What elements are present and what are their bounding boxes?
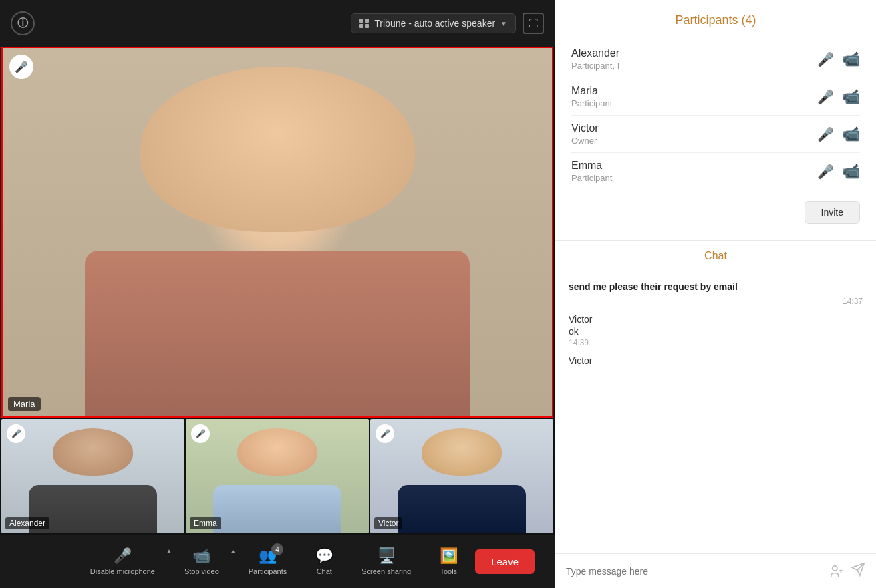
participant-video-icon-alexander[interactable]: 📹 — [842, 51, 860, 68]
participant-info-alexander: Alexander Participant, I — [571, 47, 817, 71]
thumbnail-mic-alexander: 🎤 — [7, 424, 25, 443]
mic-icon: 🎤 — [114, 547, 132, 565]
chat-label: Chat — [317, 567, 332, 575]
participant-controls-alexander: 🎤 📹 — [817, 51, 860, 68]
chat-message-sender-2: Victor — [569, 314, 863, 325]
participants-button[interactable]: 👥 4 Participants — [238, 542, 297, 581]
tools-label: Tools — [440, 567, 457, 575]
tools-button[interactable]: 🖼️ Tools — [422, 542, 475, 581]
screen-share-button[interactable]: 🖥️ Screen sharing — [351, 542, 422, 581]
thumbnail-victor[interactable]: 🎤 Victor — [370, 419, 553, 533]
video-label: Stop video — [184, 567, 219, 575]
participant-row-maria: Maria Participant 🎤 📹 — [571, 78, 860, 116]
svg-point-0 — [833, 565, 837, 570]
screen-share-label: Screen sharing — [361, 567, 411, 575]
chat-title: Chat — [555, 241, 876, 269]
bottom-toolbar: 🎤 Disable microphone ▲ 📹 Stop video ▲ 👥 … — [0, 535, 555, 588]
main-video: 🎤 Maria — [1, 47, 553, 418]
send-message-button[interactable] — [851, 562, 865, 580]
participant-row-emma: Emma Participant 🎤 📹 — [571, 153, 860, 190]
participant-controls-maria: 🎤 📹 — [817, 88, 860, 106]
participants-badge: 4 — [271, 543, 283, 555]
chat-message-text-1: send me please their request by email — [569, 280, 819, 294]
layout-selector[interactable]: Tribune - auto active speaker ▼ — [351, 13, 516, 33]
info-button[interactable]: ⓘ — [11, 11, 35, 35]
main-video-name-tag: Maria — [8, 397, 41, 411]
add-person-icon — [829, 564, 844, 579]
send-icon — [851, 562, 865, 577]
thumbnail-video-alexander — [1, 419, 184, 533]
chat-section: Chat send me please their request by ema… — [555, 241, 876, 588]
chat-button[interactable]: 💬 Chat — [297, 542, 351, 581]
participant-mic-icon-emma[interactable]: 🎤 — [817, 164, 834, 180]
screen-share-icon: 🖥️ — [378, 547, 396, 565]
camera-icon: 📹 — [192, 547, 210, 565]
main-video-placeholder — [3, 48, 552, 416]
video-button[interactable]: 📹 Stop video — [174, 542, 230, 581]
participant-mic-icon-victor[interactable]: 🎤 — [817, 126, 834, 142]
participant-info-maria: Maria Participant — [571, 85, 817, 108]
right-panel: Participants (4) Alexander Participant, … — [555, 0, 876, 588]
participant-controls-victor: 🎤 📹 — [817, 126, 860, 143]
video-control-group: 📹 Stop video ▲ — [174, 542, 238, 581]
mic-active-icon: 🎤 — [15, 61, 28, 74]
participant-name-alexander: Alexander — [571, 47, 817, 59]
chat-icon: 💬 — [315, 547, 333, 565]
participant-role-maria: Participant — [571, 98, 817, 108]
participant-role-victor: Owner — [571, 136, 817, 146]
participant-role-alexander: Participant, I — [571, 61, 817, 71]
fullscreen-icon: ⛶ — [529, 18, 538, 29]
participant-video-icon-emma[interactable]: 📹 — [842, 163, 860, 180]
participant-row-alexander: Alexander Participant, I 🎤 📹 — [571, 41, 860, 78]
participant-name-maria: Maria — [571, 85, 817, 97]
add-participants-chat-button[interactable] — [829, 564, 844, 579]
thumbnail-video-victor — [370, 419, 553, 533]
participant-role-emma: Participant — [571, 173, 817, 183]
thumbnail-emma[interactable]: 🎤 Emma — [186, 419, 369, 533]
participant-video-icon-maria[interactable]: 📹 — [842, 88, 860, 106]
invite-row: Invite — [571, 190, 860, 227]
layout-label: Tribune - auto active speaker — [374, 18, 495, 29]
participant-info-emma: Emma Participant — [571, 160, 817, 183]
video-area: ⓘ Tribune - auto active speaker ▼ ⛶ 🎤 Ma… — [0, 0, 555, 588]
mic-label: Disable microphone — [90, 567, 155, 575]
chat-message-3: Victor — [569, 355, 863, 368]
thumbnail-mic-victor: 🎤 — [376, 424, 394, 443]
chat-message-2: Victor ok 14:39 — [569, 314, 863, 347]
tools-icon: 🖼️ — [440, 547, 458, 565]
main-video-mic-indicator: 🎤 — [9, 55, 33, 79]
chevron-down-icon: ▼ — [500, 20, 507, 27]
thumbnail-alexander[interactable]: 🎤 Alexander — [1, 419, 184, 533]
chat-input[interactable] — [566, 566, 823, 577]
mic-button[interactable]: 🎤 Disable microphone — [80, 542, 166, 581]
participant-info-victor: Victor Owner — [571, 122, 817, 146]
chat-message-1: send me please their request by email 14… — [569, 280, 863, 306]
thumbnail-row: 🎤 Alexander 🎤 Emma 🎤 Victor — [0, 418, 555, 535]
mic-control-group: 🎤 Disable microphone ▲ — [80, 542, 174, 581]
info-icon: ⓘ — [17, 17, 28, 31]
participant-mic-icon-alexander[interactable]: 🎤 — [817, 51, 834, 67]
chat-input-area — [555, 553, 876, 588]
invite-button[interactable]: Invite — [805, 201, 860, 224]
participant-row-victor: Victor Owner 🎤 📹 — [571, 116, 860, 153]
participants-title: Participants (4) — [571, 13, 860, 27]
thumbnail-video-emma — [186, 419, 369, 533]
video-arrow-button[interactable]: ▲ — [230, 542, 238, 555]
participant-video-icon-victor[interactable]: 📹 — [842, 126, 860, 143]
chat-messages: send me please their request by email 14… — [555, 269, 876, 553]
fullscreen-button[interactable]: ⛶ — [523, 13, 544, 34]
thumbnail-name-victor: Victor — [374, 517, 402, 529]
thumbnail-name-alexander: Alexander — [5, 517, 49, 529]
top-bar: ⓘ Tribune - auto active speaker ▼ ⛶ — [0, 0, 555, 47]
participant-mic-icon-maria[interactable]: 🎤 — [817, 89, 834, 105]
chat-message-sender-3: Victor — [569, 355, 863, 366]
mic-arrow-button[interactable]: ▲ — [166, 542, 174, 555]
participant-name-emma: Emma — [571, 160, 817, 172]
participants-label: Participants — [249, 567, 287, 575]
participant-name-victor: Victor — [571, 122, 817, 134]
thumbnail-name-emma: Emma — [190, 517, 221, 529]
participants-section: Participants (4) Alexander Participant, … — [555, 0, 876, 241]
chat-message-time-1: 14:37 — [569, 297, 863, 306]
leave-button[interactable]: Leave — [475, 549, 535, 574]
chat-message-text-2: ok — [569, 326, 863, 337]
